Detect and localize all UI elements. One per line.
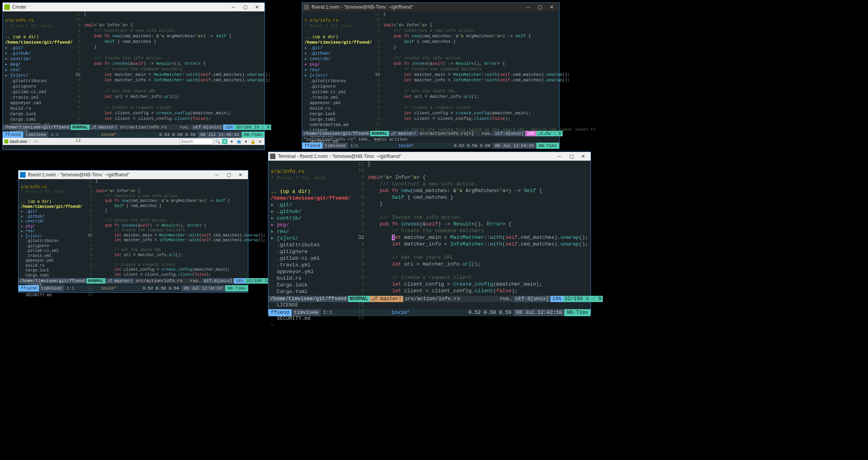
settings-dropdown[interactable]: ▾ xyxy=(243,139,249,144)
shell-tab[interactable]: bash.exe xyxy=(4,139,28,144)
code-body[interactable]: } impl<'a> Info<'a> { /// Construct a ne… xyxy=(84,11,296,125)
minimize-button[interactable]: ─ xyxy=(554,152,565,161)
window-title: Terminal - ffsend:1:nvim - "timvisee@NB-… xyxy=(278,154,554,159)
minimize-button[interactable]: ─ xyxy=(211,170,223,179)
lock-icon[interactable]: 🔒 xyxy=(250,139,256,144)
close-button[interactable]: ✕ xyxy=(251,3,263,11)
editor-area[interactable]: s/a/info.rs " Press ? for help .. (up a … xyxy=(18,179,248,278)
titlebar: Cmder ─ ▢ ✕ xyxy=(3,3,264,11)
pane-terminal: Terminal - ffsend:1:nvim - "timvisee@NB-… xyxy=(268,152,591,314)
code-body[interactable]: } impl<'a> Info<'a> { /// Construct a ne… xyxy=(95,179,289,278)
window-title: ffsend:1:nvim - "timvisee@NB-Timv: ~/git… xyxy=(312,4,522,10)
search-button[interactable]: 🔍 xyxy=(215,139,220,144)
close-button[interactable]: ✕ xyxy=(546,3,558,11)
minimize-button[interactable]: ─ xyxy=(228,3,239,11)
close-button[interactable]: ✕ xyxy=(577,152,589,161)
titlebar: Terminal - ffsend:1:nvim - "timvisee@NB-… xyxy=(268,152,591,161)
maximize-button[interactable]: ▢ xyxy=(565,152,577,161)
pane-cmder: Cmder ─ ▢ ✕ s/a/info.rs " Press ? for he… xyxy=(2,2,265,150)
titlebar: ffsend:1:nvim - "timvisee@NB-Timv: ~/git… xyxy=(302,3,559,11)
maximize-button[interactable]: ▢ xyxy=(223,170,235,179)
status-line: /home/timvisee/git/ffsend NORMAL ⎇ maste… xyxy=(3,125,264,130)
tmux-line: ffsend timvisee 1:1 1nvim* 0.52 0.58 0.5… xyxy=(3,132,264,138)
message-line: "src/action/info.rs" 198L, 6451C written xyxy=(302,136,559,143)
tmux-line: ffsend timvisee 1:1 1nvim* 0.52 0.58 0.5… xyxy=(302,143,559,149)
minimize-button[interactable]: ─ xyxy=(522,3,534,11)
editor-area[interactable]: + s/a/info.rs " Press ? for help .. (up … xyxy=(302,11,559,131)
code-body[interactable]: } impl<'a> Info<'a> { /// Construct a ne… xyxy=(383,11,596,131)
close-button[interactable]: ✕ xyxy=(235,170,246,179)
shell-icon xyxy=(4,139,8,143)
status-line: /home/timvisee/git/ffsend NORMAL ⎇ maste… xyxy=(18,278,248,284)
dropdown-button[interactable]: ▾ xyxy=(229,139,235,144)
editor-area[interactable]: s/a/info.rs " Press ? for help .. (up a … xyxy=(3,11,264,125)
message-line xyxy=(268,302,591,309)
window-title: ffsend:1:nvim - "timvisee@NB-Timv: ~/git… xyxy=(28,172,211,178)
file-tree[interactable]: + s/a/info.rs " Press ? for help .. (up … xyxy=(302,11,366,131)
code-body[interactable]: } impl<'a> Info<'a> { /// Construct a ne… xyxy=(367,161,619,296)
line-gutter: 11 10 9 8 7 6 5 4 3 2 1 32 1 2 3 4 5 6 7… xyxy=(66,11,84,125)
pane-nvim-win: ffsend:1:nvim - "timvisee@NB-Timv: ~/git… xyxy=(302,2,560,148)
line-gutter: 11 10 9 8 7 6 5 4 3 2 1 32 1 2 3 4 5 6 7… xyxy=(366,11,383,131)
cmder-statusbar: bash.exe 🔍 + ▾ ▦ ▾ 🔒 ≡ xyxy=(3,138,264,145)
file-tree[interactable]: s/a/info.rs " Press ? for help .. (up a … xyxy=(3,11,66,125)
pane-nvim-small: ffsend:1:nvim - "timvisee@NB-Timv: ~/git… xyxy=(18,170,248,293)
menu-button[interactable]: ≡ xyxy=(257,139,263,144)
tmux-line: ffsend timvisee 1:1 1nvim* 0.52 0.58 0.5… xyxy=(268,309,591,316)
maximize-button[interactable]: ▢ xyxy=(239,3,251,11)
app-icon xyxy=(20,172,26,178)
maximize-button[interactable]: ▢ xyxy=(534,3,546,11)
file-tree[interactable]: s/a/info.rs " Press ? for help .. (up a … xyxy=(18,179,78,278)
status-line: /home/timvisee/git/ffsend NORMAL ⎇ maste… xyxy=(268,296,591,302)
app-icon xyxy=(4,4,10,10)
status-line: /home/timvisee/git/ffsend NORMAL ⎇ maste… xyxy=(302,131,559,136)
app-icon xyxy=(304,4,309,10)
add-tab-button[interactable]: + xyxy=(222,139,228,144)
editor-area[interactable]: s/a/info.rs " Press ? for help .. (up a … xyxy=(268,161,591,296)
tmux-line: ffsend timvisee 1:1 1nvim* 0.52 0.58 0.5… xyxy=(18,285,248,291)
layout-button[interactable]: ▦ xyxy=(236,139,242,144)
line-gutter: 11 10 9 8 7 6 5 4 3 2 1 32 1 2 3 4 5 6 7… xyxy=(78,179,95,278)
file-tree[interactable]: s/a/info.rs " Press ? for help .. (up a … xyxy=(268,161,348,296)
line-gutter: 11 10 9 8 7 6 5 4 3 2 1 32 1 2 3 4 5 6 7… xyxy=(348,161,367,296)
window-title: Cmder xyxy=(12,4,228,10)
terminal-icon xyxy=(270,154,275,159)
titlebar: ffsend:1:nvim - "timvisee@NB-Timv: ~/git… xyxy=(18,170,248,179)
search-input[interactable] xyxy=(180,138,213,145)
